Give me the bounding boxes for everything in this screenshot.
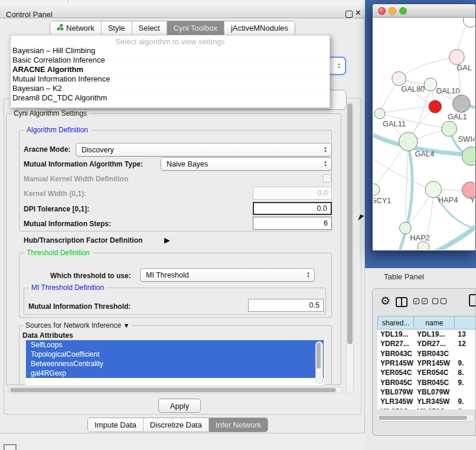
tab-impute-data[interactable]: Impute Data [88,418,143,432]
network-node[interactable] [424,78,437,91]
tab-select[interactable]: Select [132,21,167,35]
settings-horizontal-scrollbar[interactable] [8,387,343,393]
network-node[interactable] [429,100,442,113]
dpi-tolerance-input[interactable]: 0.0 [253,202,332,215]
aracne-mode-select[interactable]: Discovery ▲▼ [76,143,332,156]
algorithm-item[interactable]: Bayesian – Hill Climbing [11,46,330,56]
float-window-icon[interactable] [345,11,353,18]
network-node[interactable] [452,95,470,113]
table-cell: YPR145W [377,359,414,367]
network-canvas[interactable]: GALGAL80GAL10GAL11GAL1SWI4GAL4GCY1HAP4YH… [373,18,475,250]
table-row[interactable]: YDL19...YDL19...13 [377,330,476,339]
attribute-list-scrollbar[interactable] [315,341,323,384]
table-row[interactable]: YBR045CYBR045C9. [377,377,476,387]
table-cell: YIL053C [414,407,455,409]
table-cell: YDL19... [414,330,455,338]
attribute-item[interactable]: BetweennessCentrality [26,359,324,369]
group-title: Sources for Network Inference ▼ [23,321,132,330]
network-node[interactable] [442,121,457,136]
panel-title: Control Panel [6,10,53,19]
algorithm-item[interactable]: Dream8 DC_TDC Algorithm [11,93,330,103]
table-row[interactable]: YLR345WYLR345W9. [377,397,476,406]
network-node[interactable] [373,184,380,195]
table-cell: 9. [455,379,476,387]
network-icon [57,24,64,32]
tab-network[interactable]: Network [50,21,101,35]
kernel-width-input[interactable]: 0.0 [253,187,332,200]
node-attribute-table: shared...name YDL19...YDL19...13YDR27...… [377,316,476,409]
column-header[interactable]: name [414,316,455,330]
algorithm-item[interactable]: Bayesian – K2 [11,84,330,93]
table-row[interactable]: YBL079WYBL079W [377,387,476,397]
tab-infer-network[interactable]: Infer Network [208,418,268,432]
node-label: GCY1 [373,196,391,205]
network-edge [373,159,433,190]
algorithm-item[interactable]: Basic Correlation Inference [11,56,330,65]
algorithm-item[interactable]: Mutual Information Inference [11,74,330,84]
zoom-traffic-light-icon[interactable] [399,7,407,15]
tab-discretize-data[interactable]: Discretize Data [143,418,208,432]
group-title: Cyni Algorithm Settings [11,109,89,118]
which-threshold-label: Which threshold to use: [50,272,131,280]
attribute-item[interactable]: SelfLoops [26,340,324,350]
network-node[interactable] [399,132,418,151]
table-row[interactable]: YBR043CYBR043C [377,349,476,358]
network-node[interactable] [449,50,465,65]
which-threshold-select[interactable]: MI Threshold ▲▼ [140,268,315,282]
network-node[interactable] [399,222,411,234]
table-cell: 13 [455,330,476,338]
algorithm-item[interactable]: ARACNE Algorithm [11,65,330,74]
apply-button[interactable]: Apply [158,399,201,413]
data-attributes-list[interactable]: SelfLoopsTopologicalCoefficientBetweenne… [26,340,324,385]
table-horizontal-scrollbar[interactable] [376,414,474,422]
network-graph: GALGAL80GAL10GAL11GAL1SWI4GAL4GCY1HAP4YH… [373,18,475,250]
tab-style[interactable]: Style [101,21,132,35]
control-panel: Control Panel ✕ NetworkStyleSelectCyni T… [0,0,365,433]
control-panel-titlebar: Control Panel ✕ [0,4,365,18]
disclosure-right-icon[interactable]: ▶ [164,236,170,244]
attribute-item[interactable]: TopologicalCoefficient [26,350,324,359]
aracne-mode-label: Aracne Mode: [24,145,70,154]
table-cell: YPR145W [414,359,455,367]
network-node[interactable] [462,147,475,166]
tab-label: Discretize Data [150,420,202,429]
close-icon[interactable]: ✕ [355,8,361,17]
network-window-titlebar[interactable] [373,4,475,18]
tab-label: Impute Data [94,420,136,429]
mi-steps-label: Mutual Information Steps: [24,220,111,228]
tab-jactivemnodules[interactable]: jActiveMNodules [224,21,295,35]
table-subpanel: ⚙ ✓✓ shared...name YDL19...YDL19...13YDR… [372,288,476,436]
stepper-arrows-icon: ▲▼ [324,161,331,167]
table-row[interactable]: YDR27...YDR27...12 [377,339,476,348]
table-row[interactable]: YER054CYER054C8. [377,368,476,377]
network-node[interactable] [374,109,385,119]
table-row[interactable]: YIL053CYIL053C0. [377,406,476,409]
columns-icon[interactable] [396,297,407,307]
network-node[interactable] [463,18,475,27]
table-cell: YBR043C [377,350,414,358]
tab-cyni-toolbox[interactable]: Cyni Toolbox [167,21,224,35]
network-node[interactable] [418,242,429,250]
attribute-item[interactable]: gal4RGexp [26,369,324,378]
settings-vertical-scrollbar[interactable] [346,102,354,393]
gear-icon[interactable]: ⚙ [380,294,390,308]
select-all-checks-icon[interactable]: ✓✓ [413,298,428,304]
deselect-all-checks-icon[interactable] [432,298,446,304]
disclosure-down-icon[interactable]: ▼ [123,322,129,329]
manual-kernel-checkbox[interactable] [323,174,331,182]
table-cell: 12 [455,340,476,348]
minimize-traffic-light-icon[interactable] [389,7,396,15]
close-traffic-light-icon[interactable] [378,7,386,15]
export-table-icon[interactable] [469,294,476,306]
mi-threshold-label: Mutual Information Threshold: [28,302,131,311]
column-header[interactable]: shared... [377,316,414,330]
mi-steps-input[interactable]: 6 [253,217,332,230]
mi-threshold-input[interactable]: 0.5 [248,299,324,312]
mi-type-select[interactable]: Naive Bayes ▲▼ [161,157,332,171]
column-header[interactable] [455,316,476,330]
table-row[interactable]: YPR145WYPR145W9. [377,358,476,368]
table-cell: YBL079W [377,388,414,396]
network-node[interactable] [392,71,406,86]
data-attributes-label: Data Attributes [22,331,73,340]
node-label: GAL80 [401,84,425,93]
